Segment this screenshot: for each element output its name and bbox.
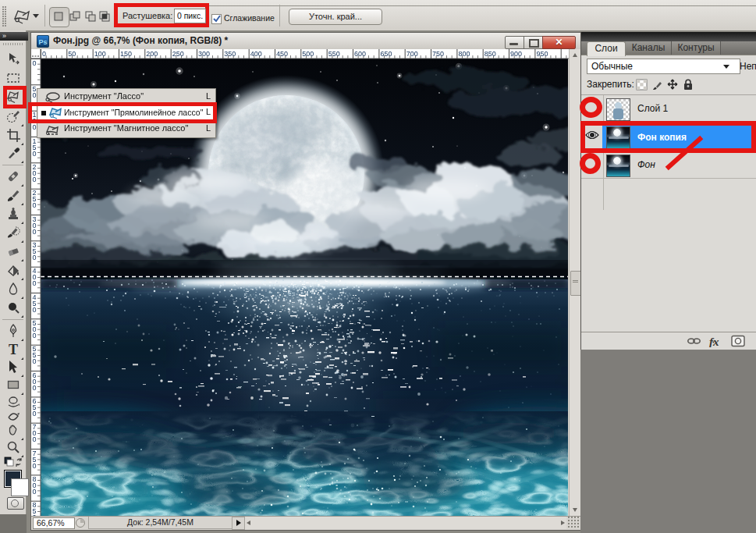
svg-text:0: 0 [42,50,46,58]
svg-text:0: 0 [33,435,37,443]
svg-text:650: 650 [380,50,392,58]
svg-text:0: 0 [33,59,37,67]
svg-text:0: 0 [33,410,37,418]
svg-text:0: 0 [33,176,37,183]
svg-text:0: 0 [33,357,37,365]
svg-text:0: 0 [33,384,37,392]
svg-text:0: 0 [33,306,37,314]
svg-text:700: 700 [406,50,418,58]
svg-text:400: 400 [250,50,262,58]
svg-text:0: 0 [33,228,37,236]
svg-text:50: 50 [68,50,76,58]
svg-text:750: 750 [432,50,444,58]
svg-text:0: 0 [33,462,37,470]
svg-text:600: 600 [354,50,366,58]
svg-text:200: 200 [146,50,158,58]
svg-text:800: 800 [458,50,470,58]
svg-text:0: 0 [33,201,37,209]
svg-text:0: 0 [33,150,37,158]
svg-text:0: 0 [33,254,37,261]
svg-text:250: 250 [172,50,184,58]
svg-text:Ps: Ps [38,38,47,46]
svg-text:550: 550 [328,50,340,58]
svg-text:0: 0 [33,513,37,516]
svg-text:300: 300 [198,50,210,58]
svg-text:350: 350 [224,50,236,58]
svg-text:0: 0 [33,91,37,99]
svg-text:500: 500 [302,50,314,58]
svg-text:0: 0 [33,123,37,131]
svg-text:450: 450 [276,50,288,58]
svg-text:950: 950 [536,50,548,58]
svg-text:150: 150 [120,50,132,58]
svg-text:T: T [9,342,18,357]
svg-text:100: 100 [94,50,106,58]
svg-text:900: 900 [510,50,522,58]
svg-text:0: 0 [33,332,37,339]
svg-text:850: 850 [484,50,496,58]
svg-text:0: 0 [33,488,37,496]
svg-text:0: 0 [33,279,37,287]
